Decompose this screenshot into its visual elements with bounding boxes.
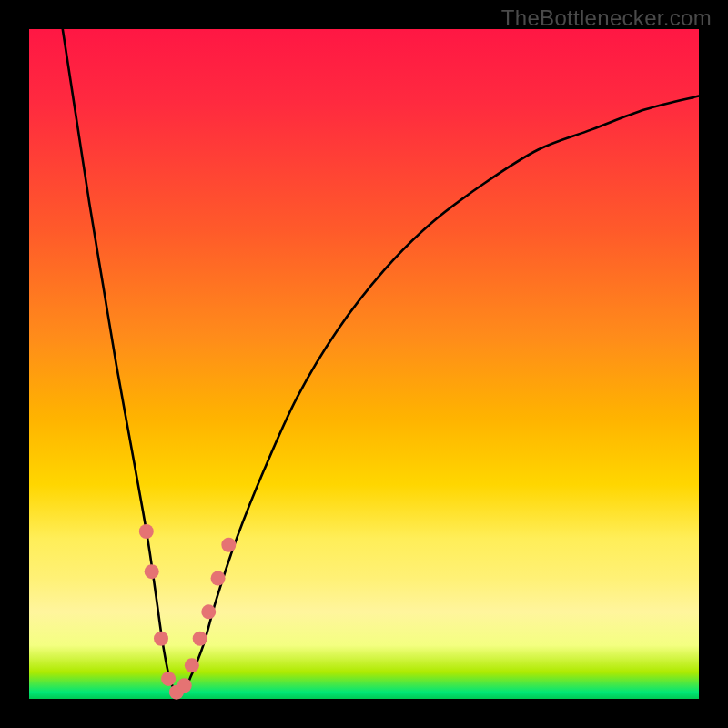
highlight-dot — [139, 524, 154, 539]
highlight-dot — [154, 632, 168, 646]
attribution-text: TheBottlenecker.com — [501, 5, 712, 31]
highlight-dot — [221, 538, 236, 552]
bottleneck-curve — [63, 29, 699, 693]
highlight-dot — [145, 564, 159, 579]
highlight-dot — [211, 571, 226, 586]
highlight-dot — [177, 678, 192, 693]
plot-area — [29, 29, 699, 699]
curve-svg — [29, 29, 699, 699]
highlight-dot — [161, 672, 176, 686]
highlight-dots — [139, 524, 237, 700]
highlight-dot — [193, 632, 207, 646]
chart-frame: TheBottlenecker.com — [0, 0, 728, 728]
highlight-dot — [201, 604, 216, 619]
highlight-dot — [185, 658, 199, 672]
